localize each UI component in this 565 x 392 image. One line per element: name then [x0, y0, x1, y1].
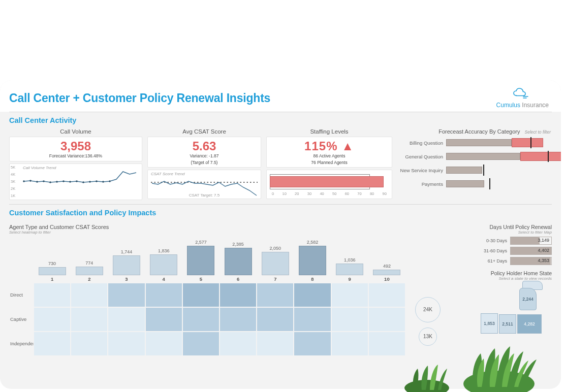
heat-cell[interactable]	[145, 332, 182, 356]
kpi-card[interactable]: 5.63 Variance: -1.87 (Target of 7.5)	[147, 137, 261, 168]
svg-point-3	[43, 180, 45, 182]
csat-trend-chart[interactable]: CSAT Score Trend CSAT Target: 7.5	[147, 170, 261, 199]
kpi-card[interactable]: 3,958 Forecast Variance:136.48%	[9, 137, 142, 161]
heat-cell[interactable]	[219, 307, 257, 332]
bar-cell[interactable]: 1,744	[108, 255, 145, 275]
heat-cell[interactable]	[145, 283, 182, 307]
heat-cell[interactable]	[34, 283, 71, 307]
bar-label: 2,582	[294, 240, 331, 246]
y-tick: 5K	[11, 165, 15, 170]
kpi-card[interactable]: 115% ▲ 86 Active Agents 76 Planned Agent…	[266, 137, 392, 168]
heat-cell[interactable]	[71, 307, 108, 332]
days-renewal-bars[interactable]: 0-30 Days 3,149 31-60 Days 4,402 61+ Day…	[450, 237, 552, 265]
call-volume-trend-chart[interactable]: Call Volume Trend 5K 4K 3K 2K 1K	[9, 164, 142, 200]
svg-point-2	[36, 181, 38, 183]
heat-cell[interactable]	[71, 283, 108, 307]
heat-cell[interactable]	[108, 307, 145, 332]
x-tick: 60	[345, 191, 349, 196]
bar-cell[interactable]: 2,577	[182, 246, 219, 275]
heat-cell[interactable]	[145, 307, 182, 332]
panel-title: Foreceast Accuracy By Category Select to…	[397, 127, 552, 137]
bar-cell[interactable]: 730	[34, 267, 71, 275]
state-in[interactable]: 2,511	[499, 314, 516, 334]
bar-cell[interactable]: 774	[71, 267, 108, 275]
heat-cell[interactable]	[257, 307, 294, 332]
svg-point-6	[62, 180, 65, 182]
x-tick: 50	[332, 191, 336, 196]
call-center-row: Call Volume 3,958 Forecast Variance:136.…	[0, 127, 561, 200]
bar	[225, 248, 252, 275]
forecast-accuracy-row[interactable]: Payments	[397, 178, 552, 190]
heat-cell[interactable]	[331, 307, 368, 332]
kpi-title: Avg CSAT Score	[147, 127, 261, 137]
bar-cell[interactable]: 1,836	[145, 254, 182, 275]
days-label: 0-30 Days	[476, 238, 507, 243]
heat-cell[interactable]	[368, 283, 405, 307]
row-label: Independent	[9, 332, 34, 356]
heat-cell[interactable]	[71, 332, 108, 356]
heat-cell[interactable]	[294, 332, 331, 356]
days-row[interactable]: 0-30 Days 3,149	[450, 237, 552, 245]
heat-cell[interactable]	[182, 307, 219, 332]
days-box: 4,353	[510, 257, 552, 265]
right-column: Days Until Policy Renewal Select to filt…	[450, 224, 552, 356]
heat-cell[interactable]	[331, 283, 368, 307]
days-renewal-hint: Select to filter Map	[450, 230, 552, 235]
forecast-accuracy-row[interactable]: Billing Question	[397, 137, 552, 149]
fa-track	[446, 179, 552, 188]
bar-cell[interactable]: 2,582	[294, 246, 331, 275]
bar-label: 2,050	[257, 246, 294, 252]
section-title-call-center: Call Center Activity	[0, 114, 561, 127]
bar-cell[interactable]: 1,036	[331, 264, 368, 275]
heat-cell[interactable]	[368, 307, 405, 332]
forecast-accuracy-row[interactable]: New Service Inquiry	[397, 164, 552, 176]
kpi-csat: Avg CSAT Score 5.63 Variance: -1.87 (Tar…	[147, 127, 261, 200]
state-mi[interactable]: 2,244	[519, 288, 537, 310]
days-value: 4,402	[538, 248, 549, 253]
forecast-accuracy-bars[interactable]: Billing Question General Question New Se…	[397, 137, 552, 191]
y-tick: 2K	[11, 186, 15, 191]
forecast-accuracy-row[interactable]: General Question	[397, 150, 552, 162]
days-row[interactable]: 61+ Days 4,353	[450, 257, 552, 265]
days-label: 61+ Days	[476, 258, 507, 264]
csat-column-numbers: 12345678910	[34, 276, 405, 282]
bar-cell[interactable]: 2,385	[219, 248, 257, 275]
y-tick: 4K	[11, 172, 15, 177]
svg-point-11	[96, 180, 98, 182]
heat-cell[interactable]	[219, 332, 257, 356]
heat-cell[interactable]	[182, 332, 219, 356]
staffing-bar-chart[interactable]: 0 10 20 30 40 50 60 70 80 90	[266, 170, 392, 199]
svg-point-8	[76, 180, 78, 182]
row-label: Direct	[9, 283, 34, 307]
bar-cell[interactable]: 492	[368, 270, 405, 275]
heat-cell[interactable]	[182, 283, 219, 307]
heat-cell[interactable]	[294, 283, 331, 307]
state-map[interactable]: 2,244 1,853 2,511 4,282	[466, 281, 552, 334]
csat-count-bars[interactable]: 730 774 1,744 1,836 2,577 2,385 2,050 2,…	[34, 240, 405, 275]
state-oh[interactable]: 4,282	[517, 314, 542, 334]
bubble-large[interactable]: 24K	[415, 297, 441, 322]
state-il[interactable]: 1,853	[481, 313, 498, 334]
col-num: 2	[71, 276, 108, 282]
home-state-title: Policy Holder Home State	[450, 270, 552, 276]
heat-cell[interactable]	[257, 283, 294, 307]
heat-cell[interactable]	[331, 332, 368, 356]
heat-cell[interactable]	[219, 283, 257, 307]
bar-cell[interactable]: 2,050	[257, 252, 294, 275]
days-row[interactable]: 31-60 Days 4,402	[450, 247, 552, 255]
kpi-sub: Forecast Variance:136.48%	[13, 152, 139, 159]
fa-track	[446, 138, 552, 147]
heat-cell[interactable]	[34, 332, 71, 356]
csat-heatmap-panel: Agent Type and Customer CSAT Scores Sele…	[9, 224, 405, 356]
header: Call Center + Customer Policy Renewal In…	[0, 80, 561, 112]
heat-cell[interactable]	[257, 332, 294, 356]
bar-label: 2,577	[182, 240, 219, 246]
heat-cell[interactable]	[294, 307, 331, 332]
y-tick: 1K	[11, 193, 15, 198]
forecast-accuracy-panel: Foreceast Accuracy By Category Select to…	[397, 127, 552, 200]
heat-cell[interactable]	[108, 283, 145, 307]
kpi-title: Call Volume	[9, 127, 142, 137]
heat-cell[interactable]	[108, 332, 145, 356]
csat-heatmap[interactable]: DirectCaptiveIndependent	[9, 283, 405, 356]
heat-cell[interactable]	[34, 307, 71, 332]
